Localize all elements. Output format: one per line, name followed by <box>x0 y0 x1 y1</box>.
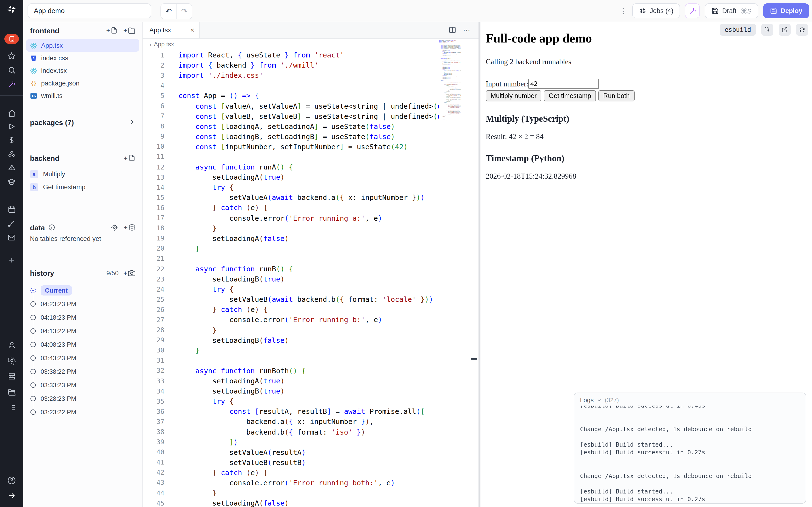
multiply-number-button[interactable]: Multiply number <box>486 90 542 101</box>
code-line-22[interactable]: 22 async function runB() { <box>143 264 439 274</box>
tab-app-tsx[interactable]: App.tsx × <box>143 22 200 38</box>
runs-play-icon[interactable] <box>0 123 23 130</box>
deploy-button[interactable]: Deploy <box>763 3 809 18</box>
code-line-3[interactable]: 3import './index.css' <box>143 70 439 80</box>
history-entry[interactable]: 03:28:23 PM <box>30 392 135 405</box>
undo-button[interactable]: ↶ <box>161 4 176 19</box>
packages-section-header[interactable]: packages (7) <box>30 116 135 128</box>
flow-icon[interactable] <box>0 219 23 228</box>
chevron-down-icon[interactable] <box>597 397 602 403</box>
star-icon[interactable] <box>0 52 23 60</box>
windmill-logo[interactable] <box>0 4 23 14</box>
code-line-30[interactable]: 30 } <box>143 345 439 355</box>
history-entry[interactable]: 04:18:23 PM <box>30 311 135 324</box>
ai-wand-icon[interactable] <box>0 80 23 89</box>
input-number-field[interactable] <box>528 79 599 89</box>
code-line-34[interactable]: 34 setLoadingB(true) <box>143 386 439 396</box>
triangle-icon[interactable] <box>0 164 23 172</box>
inspect-button[interactable] <box>761 24 773 36</box>
editor-more-icon[interactable]: ⋯ <box>463 25 471 34</box>
plus-icon[interactable] <box>0 257 23 264</box>
split-view-icon[interactable] <box>449 26 456 34</box>
file-item-index.tsx[interactable]: index.tsx <box>26 64 139 77</box>
code-line-28[interactable]: 28 } <box>143 325 439 335</box>
history-entry[interactable]: 04:13:22 PM <box>30 324 135 338</box>
code-line-39[interactable]: 39 ]) <box>143 437 439 447</box>
data-settings-gear-icon[interactable] <box>111 224 118 231</box>
run-both-button[interactable]: Run both <box>598 90 635 101</box>
home-icon[interactable] <box>0 109 23 117</box>
backend-item-b[interactable]: bGet timestamp <box>30 181 135 193</box>
variables-dollar-icon[interactable] <box>0 136 23 144</box>
code-line-2[interactable]: 2import { backend } from './wmill' <box>143 60 439 70</box>
chevron-right-icon[interactable] <box>129 119 135 125</box>
collapse-arrow-icon[interactable] <box>0 492 23 500</box>
code-line-13[interactable]: 13 setLoadingA(true) <box>143 172 439 182</box>
add-file-button[interactable]: + <box>106 27 118 34</box>
code-line-37[interactable]: 37 backend.a({ x: inputNumber }), <box>143 416 439 427</box>
graduation-cap-icon[interactable] <box>0 178 23 186</box>
add-database-button[interactable]: + <box>124 224 135 231</box>
close-tab-icon[interactable]: × <box>191 26 194 34</box>
more-menu-icon[interactable]: ⋮ <box>619 6 627 15</box>
code-line-36[interactable]: 36 const [resultA, resultB] = await Prom… <box>143 406 439 416</box>
history-entry[interactable]: 03:23:22 PM <box>30 405 135 418</box>
add-runnable-button[interactable]: + <box>124 154 135 162</box>
file-item-package.json[interactable]: { }package.json <box>26 77 139 89</box>
breadcrumb[interactable]: › App.tsx <box>143 39 478 50</box>
code-line-42[interactable]: 42 } catch (e) { <box>143 467 439 477</box>
help-icon[interactable] <box>0 476 23 485</box>
history-current-row[interactable]: Current <box>30 283 135 297</box>
app-title-input[interactable]: App demo <box>28 3 151 18</box>
ai-assistant-button[interactable] <box>685 3 700 18</box>
code-line-17[interactable]: 17 console.error('Error running a:', e) <box>143 213 439 223</box>
open-external-icon[interactable] <box>779 24 791 36</box>
code-line-43[interactable]: 43 console.error('Error running both:', … <box>143 477 439 488</box>
user-icon[interactable] <box>0 341 23 349</box>
code-line-19[interactable]: 19 setLoadingA(false) <box>143 233 439 243</box>
jobs-button[interactable]: Jobs (4) <box>632 3 680 18</box>
code-line-9[interactable]: 9 const [loadingB, setLoadingB] = useSta… <box>143 131 439 142</box>
backend-item-a[interactable]: aMultiply <box>30 168 135 181</box>
code-line-40[interactable]: 40 setValueA(resultA) <box>143 447 439 457</box>
instance-settings-icon[interactable] <box>0 372 23 381</box>
history-entry[interactable]: 04:23:23 PM <box>30 297 135 311</box>
code-line-14[interactable]: 14 try { <box>143 182 439 192</box>
search-icon[interactable] <box>0 66 23 74</box>
panel-divider[interactable] <box>478 22 480 507</box>
resources-cubes-icon[interactable] <box>0 150 23 158</box>
code-line-4[interactable]: 4 <box>143 80 439 91</box>
code-line-21[interactable]: 21 <box>143 253 439 264</box>
code-line-20[interactable]: 20 } <box>143 243 439 253</box>
redo-button[interactable]: ↷ <box>176 4 192 19</box>
get-timestamp-button[interactable]: Get timestamp <box>544 90 596 101</box>
code-line-38[interactable]: 38 backend.b({ format: 'iso' }) <box>143 427 439 437</box>
code-line-35[interactable]: 35 try { <box>143 396 439 406</box>
minimap[interactable]: import React, { useState } from 'react'i… <box>439 40 461 144</box>
code-line-29[interactable]: 29 setLoadingB(false) <box>143 335 439 345</box>
info-icon[interactable] <box>48 224 55 231</box>
code-line-41[interactable]: 41 setValueB(resultB) <box>143 457 439 467</box>
code-line-5[interactable]: 5const App = () => { <box>143 91 439 101</box>
code-line-7[interactable]: 7 const [valueB, setValueB] = useState<s… <box>143 111 439 121</box>
add-folder-button[interactable]: + <box>123 27 135 34</box>
refresh-icon[interactable] <box>796 24 808 36</box>
code-line-44[interactable]: 44 } <box>143 488 439 498</box>
file-item-wmill.ts[interactable]: TSwmill.ts <box>26 89 139 102</box>
code-line-32[interactable]: 32 async function runBoth() { <box>143 365 439 376</box>
schedules-calendar-icon[interactable] <box>0 205 23 213</box>
resize-handle[interactable] <box>471 358 477 360</box>
code-line-11[interactable]: 11 <box>143 152 439 162</box>
code-line-33[interactable]: 33 setLoadingA(true) <box>143 376 439 386</box>
code-line-8[interactable]: 8 const [loadingA, setLoadingA] = useSta… <box>143 121 439 131</box>
code-line-25[interactable]: 25 setValueB(await backend.b({ format: '… <box>143 294 439 304</box>
file-item-index.css[interactable]: 3index.css <box>26 52 139 64</box>
history-entry[interactable]: 03:33:23 PM <box>30 378 135 392</box>
code-line-26[interactable]: 26 } catch (e) { <box>143 304 439 315</box>
audit-list-icon[interactable] <box>0 404 23 412</box>
code-line-15[interactable]: 15 setValueA(await backend.a({ x: inputN… <box>143 192 439 203</box>
code-line-23[interactable]: 23 setLoadingB(true) <box>143 274 439 284</box>
code-line-45[interactable]: 45 setLoadingA(false) <box>143 498 439 507</box>
workspace-button[interactable] <box>0 34 23 44</box>
history-entry[interactable]: 04:08:23 PM <box>30 338 135 351</box>
